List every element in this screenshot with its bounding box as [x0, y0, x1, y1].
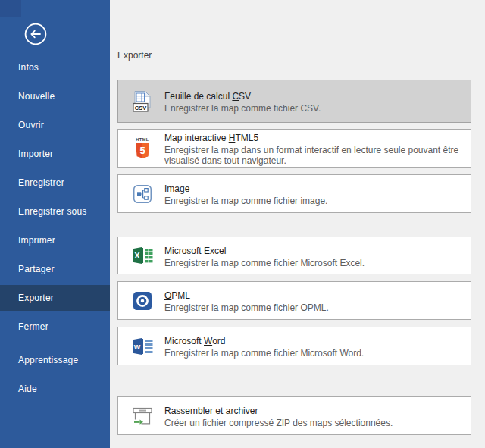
export-option-html5[interactable]: HTML 5 Map interactive HTML5 Enregistrer…: [117, 129, 471, 168]
export-option-title: Feuille de calcul CSV: [164, 91, 251, 102]
window-corner-accent: [0, 0, 21, 17]
export-option-pack-and-go[interactable]: Rassembler et archiver Créer un fichier …: [117, 396, 471, 435]
sidebar-item-nouvelle[interactable]: Nouvelle: [0, 83, 110, 109]
sidebar-item-apprentissage[interactable]: Apprentissage: [0, 347, 110, 373]
export-option-description: Enregistrer la map dans un format intera…: [164, 145, 465, 166]
export-option-opml[interactable]: OPML Enregistrer la map comme fichier OP…: [117, 281, 471, 320]
sidebar-item-importer[interactable]: Importer: [0, 141, 110, 167]
back-arrow-circle-icon: [24, 35, 47, 48]
word-icon: W: [130, 337, 155, 356]
sidebar-item-fermer[interactable]: Fermer: [0, 314, 110, 340]
export-option-word[interactable]: W Microsoft Word Enregistrer la map comm…: [117, 327, 471, 365]
export-option-title: Map interactive HTML5: [164, 133, 258, 143]
export-option-csv[interactable]: CSV Feuille de calcul CSV Enregistrer la…: [117, 80, 471, 123]
export-option-title: Rassembler et archiver: [164, 406, 258, 416]
export-option-title: Microsoft Word: [164, 336, 225, 346]
sidebar-item-partager[interactable]: Partager: [0, 256, 110, 282]
sidebar-item-infos[interactable]: Infos: [0, 55, 110, 80]
sidebar-item-imprimer[interactable]: Imprimer: [0, 227, 110, 253]
export-option-title: Microsoft Excel: [164, 246, 226, 256]
export-option-excel[interactable]: X Microsoft Excel Enregistrer la map com…: [117, 237, 471, 274]
page-title: Exporter: [117, 50, 152, 61]
svg-text:X: X: [134, 251, 140, 260]
svg-text:CSV: CSV: [135, 104, 146, 111]
sidebar-item-enregistrer-sous[interactable]: Enregistrer sous: [0, 199, 110, 224]
sidebar-item-exporter[interactable]: Exporter: [0, 285, 110, 311]
back-button[interactable]: [24, 23, 47, 45]
html5-icon: HTML 5: [130, 137, 155, 159]
export-option-description: Enregistrer la map comme fichier image.: [164, 196, 465, 206]
sidebar-item-ouvrir[interactable]: Ouvrir: [0, 112, 110, 138]
svg-text:HTML: HTML: [136, 137, 149, 142]
export-option-title: OPML: [164, 290, 190, 301]
image-export-icon: [130, 184, 155, 204]
export-option-image[interactable]: Image Enregistrer la map comme fichier i…: [117, 174, 471, 213]
export-option-title: Image: [164, 183, 189, 194]
export-option-description: Enregistrer la map comme fichier OPML.: [164, 302, 465, 313]
backstage-sidebar: Infos Nouvelle Ouvrir Importer Enregistr…: [0, 0, 110, 448]
sidebar-separator: [13, 343, 108, 343]
backstage-view: Infos Nouvelle Ouvrir Importer Enregistr…: [0, 0, 485, 448]
export-option-description: Enregistrer la map comme fichier Microso…: [164, 258, 465, 268]
export-pane: Exporter CSV Feuille de calcul CSV Enreg…: [110, 0, 485, 448]
sidebar-menu: Infos Nouvelle Ouvrir Importer Enregistr…: [0, 55, 110, 405]
svg-text:W: W: [134, 343, 141, 350]
opml-icon: [130, 291, 155, 311]
pack-and-go-archive-icon: [130, 406, 155, 426]
export-option-description: Enregistrer la map comme fichier Microso…: [164, 348, 465, 359]
svg-text:5: 5: [139, 145, 145, 156]
csv-spreadsheet-icon: CSV: [130, 90, 155, 113]
export-option-description: Créer un fichier compressé ZIP des maps …: [164, 418, 465, 428]
export-option-description: Enregistrer la map comme fichier CSV.: [164, 103, 465, 114]
sidebar-item-enregistrer[interactable]: Enregistrer: [0, 170, 110, 196]
excel-icon: X: [130, 246, 155, 265]
sidebar-item-aide[interactable]: Aide: [0, 376, 110, 402]
